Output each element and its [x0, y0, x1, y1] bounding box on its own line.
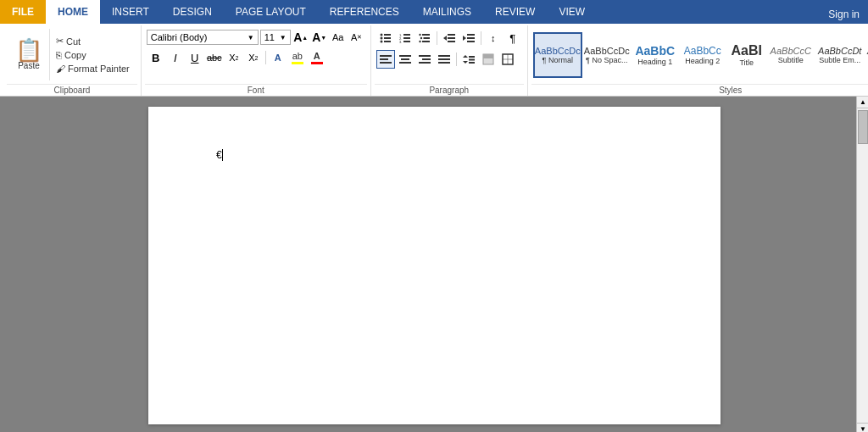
style-normal[interactable]: AaBbCcDc ¶ Normal — [533, 32, 582, 78]
show-paragraph-button[interactable]: ¶ — [504, 29, 522, 47]
font-size-dropdown[interactable]: 11 ▼ — [260, 30, 291, 45]
clear-formatting-button[interactable]: A✕ — [348, 29, 365, 46]
document-content[interactable]: € — [216, 149, 653, 161]
style-heading1[interactable]: AaBbC Heading 1 — [632, 32, 679, 78]
svg-point-12 — [419, 34, 420, 36]
svg-rect-28 — [380, 62, 392, 64]
scroll-down-button[interactable]: ▼ — [857, 423, 868, 432]
subscript-button[interactable]: X2 — [225, 48, 243, 67]
style-normal-label: ¶ Normal — [542, 56, 573, 64]
tab-file[interactable]: FILE — [0, 0, 46, 24]
align-center-button[interactable] — [396, 50, 415, 69]
paste-label: Paste — [18, 61, 40, 70]
tab-pagelayout[interactable]: PAGE LAYOUT — [224, 0, 318, 24]
document-page[interactable]: € — [148, 107, 721, 424]
style-no-spacing[interactable]: AaBbCcDc ¶ No Spac... — [582, 32, 632, 78]
align-left-button[interactable] — [376, 50, 395, 69]
italic-button[interactable]: I — [166, 48, 185, 67]
increase-indent-button[interactable] — [459, 29, 478, 47]
scissors-icon: ✂ — [56, 36, 64, 47]
bold-button[interactable]: B — [147, 48, 165, 67]
shrink-font-button[interactable]: A▼ — [311, 29, 328, 46]
grow-font-button[interactable]: A▲ — [292, 29, 309, 46]
tab-design[interactable]: DESIGN — [161, 0, 224, 24]
font-group-label: Font — [145, 84, 367, 96]
svg-rect-7 — [403, 34, 410, 36]
svg-marker-39 — [463, 61, 468, 64]
cut-button[interactable]: ✂ Cut — [53, 35, 132, 47]
svg-point-14 — [420, 37, 422, 39]
svg-rect-44 — [483, 54, 493, 58]
tab-home[interactable]: HOME — [46, 0, 100, 24]
svg-rect-37 — [438, 62, 450, 64]
svg-marker-18 — [443, 36, 447, 41]
tab-review[interactable]: REVIEW — [483, 0, 547, 24]
svg-rect-42 — [469, 62, 475, 64]
underline-button[interactable]: U — [186, 48, 204, 67]
svg-point-4 — [380, 41, 382, 43]
svg-rect-1 — [384, 34, 391, 36]
justify-button[interactable] — [435, 50, 453, 69]
svg-rect-33 — [422, 58, 431, 60]
style-title[interactable]: AaBI Title — [726, 32, 767, 78]
svg-rect-29 — [399, 55, 411, 57]
shading-button[interactable] — [479, 50, 498, 69]
highlight-button[interactable]: ab — [288, 48, 307, 67]
superscript-button[interactable]: X2 — [244, 48, 263, 67]
paragraph-group: 1.2.3. ↕ ¶ — [371, 25, 528, 96]
font-name-dropdown[interactable]: Calibri (Body) ▼ — [147, 30, 259, 45]
style-heading1-label: Heading 1 — [637, 58, 672, 66]
svg-rect-32 — [419, 55, 431, 57]
tab-references[interactable]: REFERENCES — [318, 0, 411, 24]
style-subtle-emphasis-preview: AaBbCcDt — [818, 46, 861, 56]
style-heading2-label: Heading 2 — [685, 57, 720, 65]
style-subtitle-label: Subtitle — [778, 56, 804, 64]
borders-button[interactable] — [498, 50, 517, 69]
paste-button[interactable]: 📋 Paste — [8, 29, 50, 80]
text-effects-button[interactable]: A — [269, 48, 287, 67]
style-subtle-emphasis[interactable]: AaBbCcDt Subtle Em... — [815, 32, 865, 78]
sort-button[interactable]: ↕ — [484, 29, 503, 47]
tab-insert[interactable]: INSERT — [100, 0, 161, 24]
scroll-thumb[interactable] — [858, 110, 868, 144]
sign-in-button[interactable]: Sign in — [820, 5, 868, 24]
text-cursor — [222, 149, 223, 161]
font-color-button[interactable]: A — [308, 48, 326, 67]
svg-rect-19 — [448, 34, 455, 36]
styles-group-label: Styles — [531, 84, 868, 96]
svg-rect-11 — [403, 41, 410, 42]
vertical-scrollbar: ▲ ▼ — [856, 97, 868, 432]
line-spacing-button[interactable] — [459, 50, 478, 69]
copy-icon: ⎘ — [56, 50, 62, 60]
styles-group: AaBbCcDc ¶ Normal AaBbCcDc ¶ No Spac... … — [528, 25, 868, 96]
svg-marker-22 — [463, 36, 466, 41]
copy-button[interactable]: ⎘ Copy — [53, 49, 132, 61]
svg-rect-34 — [419, 62, 431, 64]
strikethrough-button[interactable]: abc — [205, 48, 224, 67]
multilevel-list-button[interactable] — [415, 29, 434, 47]
paste-icon: 📋 — [15, 39, 42, 61]
bullets-button[interactable] — [376, 29, 395, 47]
align-right-button[interactable] — [415, 50, 434, 69]
tab-view[interactable]: VIEW — [547, 0, 597, 24]
style-no-spacing-preview: AaBbCcDc — [584, 46, 630, 56]
svg-rect-23 — [467, 34, 475, 36]
svg-rect-9 — [403, 37, 410, 39]
style-normal-preview: AaBbCcDc — [535, 46, 581, 56]
style-heading2[interactable]: AaBbCc Heading 2 — [679, 32, 726, 78]
style-heading1-preview: AaBbC — [635, 44, 675, 58]
tab-mailings[interactable]: MAILINGS — [411, 0, 483, 24]
svg-rect-21 — [448, 41, 455, 42]
numbering-button[interactable]: 1.2.3. — [396, 29, 415, 47]
svg-rect-13 — [422, 34, 430, 36]
size-chevron-icon: ▼ — [280, 34, 287, 42]
svg-rect-3 — [384, 37, 391, 39]
format-painter-button[interactable]: 🖌 Format Painter — [53, 63, 132, 75]
scroll-up-button[interactable]: ▲ — [857, 97, 868, 108]
svg-point-0 — [380, 34, 382, 36]
chevron-down-icon: ▼ — [248, 34, 254, 42]
style-subtitle[interactable]: AaBbCcC Subtitle — [767, 32, 815, 78]
svg-rect-17 — [422, 41, 430, 42]
decrease-indent-button[interactable] — [440, 29, 459, 47]
change-case-button[interactable]: Aa — [330, 29, 347, 46]
